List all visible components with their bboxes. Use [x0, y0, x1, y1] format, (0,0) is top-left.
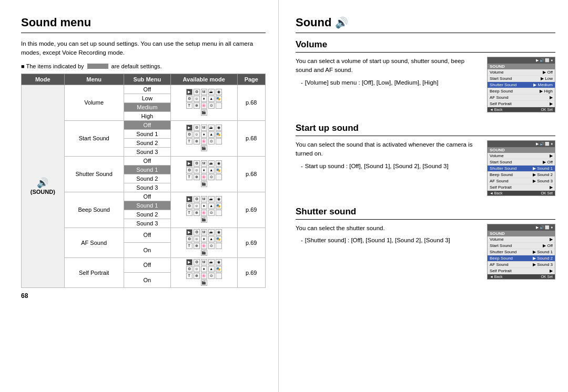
page-number: 68 — [21, 292, 28, 300]
mini-menu-row: Shutter Sound▶ Sound 1 — [488, 249, 555, 255]
submenu-cell: Sound 1 — [124, 201, 170, 210]
submenu-cell: High — [124, 111, 170, 120]
default-box — [87, 64, 108, 69]
mini-menu-row: Start Sound▶ Low — [488, 76, 555, 82]
mini-menu-row: Volume▶ — [488, 236, 555, 243]
submenu-cell: Off — [124, 85, 170, 94]
mini-menu-row: Start Sound▶ Off — [488, 243, 555, 249]
mini-menu-back: ◄ Back — [490, 108, 502, 111]
menu-cell: Start Sound — [64, 120, 124, 156]
section-body-startup: You can select the sound that is activat… — [296, 140, 555, 196]
menu-cell: Shutter Sound — [64, 156, 124, 192]
default-note: ■ The items indicated by are default set… — [21, 63, 266, 69]
section-volume: VolumeYou can select a volume of start u… — [296, 39, 555, 112]
mini-menu-row: Self Portrait▶ — [488, 101, 555, 107]
col-page: Page — [237, 74, 265, 85]
submenu-cell: On — [124, 273, 170, 288]
mini-menu-startup: ▶ 🔊 ⬜ ♦SOUNDVolume▶Start Sound▶ OffShutt… — [487, 140, 555, 196]
page-cell: p.68 — [237, 85, 265, 120]
submenu-cell: On — [124, 243, 170, 258]
submenu-cell: Sound 2 — [124, 174, 170, 183]
available-mode-cell: ▶ ⚙ M ⛰ ◉ ⚙ ☺ ♦ ▲ 🎭 T ⊕ — [170, 228, 237, 257]
mode-cell: 🔊(SOUND) — [22, 85, 65, 287]
heading-shutter: Shutter sound — [296, 207, 555, 220]
mini-menu-volume: ▶ 🔊 ⬜ ♦SOUNDVolume▶ OffStart Sound▶ LowS… — [487, 57, 555, 112]
mini-menu-row: Shutter Sound▶ Sound 1 — [488, 166, 555, 172]
submenu-cell: Off — [124, 228, 170, 243]
col-menu: Menu — [64, 74, 124, 85]
submenu-cell: Sound 2 — [124, 138, 170, 147]
section-text-shutter: You can select the shutter sound. — [296, 224, 480, 233]
mini-menu-ok: OK Set — [541, 108, 553, 111]
mini-menu-row: Self Portrait▶ — [488, 184, 555, 191]
mini-menu-ok: OK Set — [541, 275, 553, 278]
available-mode-cell: ▶ ⚙ M ⛰ ◉ ⚙ ☺ ♦ ▲ 🎭 T ⊕ — [170, 192, 237, 228]
bullet-shutter: [Shutter sound] : [Off], [Sound 1], [Sou… — [301, 237, 480, 243]
submenu-cell: Sound 1 — [124, 165, 170, 174]
submenu-cell: Sound 3 — [124, 147, 170, 156]
mini-menu-ok: OK Set — [541, 191, 553, 195]
mini-menu-row: AF Sound▶ Sound 3 — [488, 262, 555, 268]
submenu-cell: Off — [124, 192, 170, 201]
section-shutter: Shutter soundYou can select the shutter … — [296, 207, 555, 280]
mini-menu-row: AF Sound▶ Sound 3 — [488, 178, 555, 184]
available-mode-cell: ▶ ⚙ M ⛰ ◉ ⚙ ☺ ♦ ▲ 🎭 T ⊕ — [170, 257, 237, 287]
bullet-startup: Start up sound : [Off], [Sound 1], [Soun… — [301, 163, 480, 169]
section-body-shutter: You can select the shutter sound.[Shutte… — [296, 224, 555, 280]
mini-menu-row: Beep Sound▶ Sound 2 — [488, 255, 555, 262]
submenu-cell: Sound 1 — [124, 129, 170, 138]
sound-icon-title: 🔊 — [335, 17, 348, 28]
submenu-cell: Sound 3 — [124, 183, 170, 192]
submenu-cell: Sound 2 — [124, 210, 170, 219]
mini-menu-row: Beep Sound▶ Sound 2 — [488, 172, 555, 178]
page-cell: p.69 — [237, 257, 265, 287]
submenu-cell: Sound 3 — [124, 219, 170, 228]
mini-menu-back: ◄ Back — [490, 275, 502, 278]
menu-cell: Volume — [64, 85, 124, 120]
submenu-cell: Low — [124, 94, 170, 102]
heading-volume: Volume — [296, 39, 555, 53]
submenu-cell: Medium — [124, 102, 170, 111]
submenu-cell: Off — [124, 257, 170, 273]
right-title: Sound 🔊 — [296, 16, 555, 33]
mini-menu-row: AF Sound▶ — [488, 95, 555, 101]
menu-cell: AF Sound — [64, 228, 124, 257]
table-row: 🔊(SOUND)VolumeOff ▶ ⚙ M ⛰ ◉ ⚙ ☺ ♦ ▲ � — [22, 85, 266, 94]
col-mode: Mode — [22, 74, 65, 85]
mini-menu-row: Beep Sound▶ High — [488, 88, 555, 95]
mini-menu-row: Volume▶ Off — [488, 69, 555, 76]
menu-cell: Self Portrait — [64, 257, 124, 287]
page-cell: p.69 — [237, 228, 265, 257]
available-mode-cell: ▶ ⚙ M ⛰ ◉ ⚙ ☺ ♦ ▲ 🎭 T ⊕ — [170, 156, 237, 192]
col-available: Available mode — [170, 74, 237, 85]
page-cell: p.69 — [237, 192, 265, 228]
col-submenu: Sub Menu — [124, 74, 170, 85]
available-mode-cell: ▶ ⚙ M ⛰ ◉ ⚙ ☺ ♦ ▲ 🎭 T ⊕ — [170, 85, 237, 120]
section-text-volume: You can select a volume of start up soun… — [296, 57, 480, 75]
section-text-startup: You can select the sound that is activat… — [296, 140, 480, 159]
default-note-post: are default settings. — [111, 63, 162, 69]
left-panel: Sound menu In this mode, you can set up … — [0, 0, 279, 392]
mini-menu-row: Self Portrait▶ — [488, 268, 555, 274]
heading-startup: Start up sound — [296, 123, 555, 136]
right-panel: Sound 🔊 VolumeYou can select a volume of… — [279, 0, 568, 392]
bullet-volume: [Volume] sub menu : [Off], [Low], [Mediu… — [301, 79, 480, 86]
menu-cell: Beep Sound — [64, 192, 124, 228]
mini-menu-back: ◄ Back — [490, 191, 502, 195]
left-title: Sound menu — [21, 16, 266, 33]
section-body-volume: You can select a volume of start up soun… — [296, 57, 555, 112]
menu-table: Mode Menu Sub Menu Available mode Page 🔊… — [21, 74, 266, 288]
default-note-pre: ■ The items indicated by — [21, 63, 84, 69]
intro-text: In this mode, you can set up sound setti… — [21, 39, 266, 58]
section-startup: Start up soundYou can select the sound t… — [296, 123, 555, 196]
submenu-cell: Off — [124, 156, 170, 165]
page-cell: p.68 — [237, 156, 265, 192]
mini-menu-row: Start Sound▶ Off — [488, 159, 555, 166]
mini-menu-row: Shutter Sound▶ Medium — [488, 82, 555, 88]
mini-menu-row: Volume▶ — [488, 153, 555, 159]
submenu-cell: Off — [124, 120, 170, 129]
mini-menu-shutter: ▶ 🔊 ⬜ ♦SOUNDVolume▶Start Sound▶ OffShutt… — [487, 224, 555, 280]
available-mode-cell: ▶ ⚙ M ⛰ ◉ ⚙ ☺ ♦ ▲ 🎭 T ⊕ — [170, 120, 237, 156]
page-cell: p.68 — [237, 120, 265, 156]
